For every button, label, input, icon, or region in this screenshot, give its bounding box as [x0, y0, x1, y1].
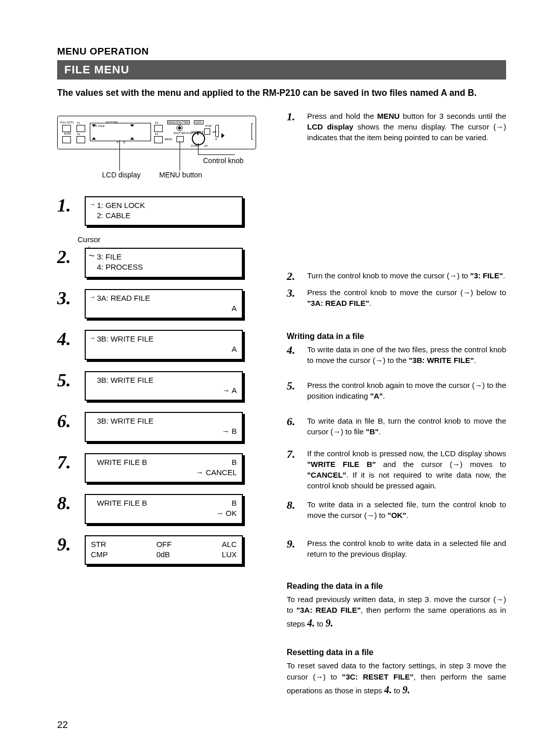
step-number-7: 7.: [57, 453, 78, 472]
cursor-label: Cursor: [78, 235, 256, 244]
label-lcd-display: LCD display: [102, 171, 140, 179]
step-number-8: 8.: [57, 494, 78, 512]
step-9-text: 9. Press the control knob to write data …: [287, 538, 506, 559]
device-diagram: FULL AUTO BARS F1 F2 →3: FILE SHUTTER: [57, 116, 255, 161]
label-menu: MENU: [165, 138, 172, 141]
display-box-6: 3B: WRITE FILE → B: [85, 412, 243, 442]
chapter-label: MENU OPERATION: [57, 46, 506, 57]
label-control-knob: Control knob: [203, 157, 243, 165]
label-bars: BARS: [64, 132, 71, 135]
label-step: STEP: [205, 124, 212, 127]
display-box-3: → 3A: READ FILE A: [85, 289, 243, 319]
step-5-text: 5. Press the control knob again to move …: [287, 380, 506, 401]
label-shutter: SHUTTER: [106, 121, 118, 124]
step-4-text: 4. To write data in one of the two files…: [287, 344, 506, 366]
step-number-5: 5.: [57, 371, 78, 389]
step-2-text: 2. Turn the control knob to move the cur…: [287, 270, 506, 282]
step-8-text: 8. To write data in a selected file, tur…: [287, 499, 506, 520]
label-f4: F4: [155, 133, 158, 136]
display-box-4: → 3B: WRITE FILE A: [85, 330, 243, 360]
step-6-text: 6. To write data in file B, turn the con…: [287, 415, 506, 437]
label-data: DATA: [194, 120, 204, 124]
label-f2: F2: [77, 133, 80, 136]
display-box-7: WRITE FILE BB → CANCEL: [85, 453, 243, 483]
step-number-1: 1.: [57, 196, 78, 215]
step-1-text: 1. Press and hold the MENU button for 3 …: [287, 111, 506, 143]
label-up: UP: [204, 144, 208, 147]
step-number-3: 3.: [57, 289, 78, 307]
display-box-1: → 1: GEN LOCK 2: CABLE: [85, 196, 243, 226]
reading-text: To read previously written data, in step…: [287, 594, 506, 631]
display-box-9: STR OFF ALC CMP 0dB LUX: [85, 535, 243, 565]
step-3-text: 3. Press the control knob to move the cu…: [287, 287, 506, 308]
control-knob-icon: [192, 132, 205, 145]
writing-heading: Writing data in a file: [287, 332, 506, 341]
page-number: 22: [57, 719, 68, 731]
intro-text: The values set with the menu and applied…: [57, 87, 506, 99]
display-box-5: 3B: WRITE FILE → A: [85, 371, 243, 401]
step-number-2: 2.: [57, 248, 78, 266]
label-f1: F1: [77, 121, 80, 124]
label-menushutter: MENU/SHUTTER: [167, 120, 190, 124]
resetting-heading: Resetting data in a file: [287, 648, 506, 657]
label-full-auto: FULL AUTO: [60, 121, 74, 124]
lcd-display-icon: →3: FILE: [90, 123, 151, 141]
resetting-text: To reset saved data to the factory setti…: [287, 660, 506, 697]
display-box-2: ⤳ 3: FILE 4: PROCESS: [85, 248, 243, 278]
label-f3: F3: [155, 121, 158, 124]
label-menu-button: MENU button: [159, 171, 202, 179]
reading-heading: Reading the data in a file: [287, 582, 506, 591]
section-title: FILE MENU: [57, 60, 506, 80]
label-r: R: [117, 141, 119, 144]
display-box-8: WRITE FILE BB → OK: [85, 494, 243, 524]
label-b: B: [123, 141, 125, 144]
step-number-9: 9.: [57, 535, 78, 554]
label-r2: R: [215, 138, 217, 141]
step-number-6: 6.: [57, 412, 78, 430]
step-7-text: 7. If the control knob is pressed now, t…: [287, 448, 506, 491]
step-number-4: 4.: [57, 330, 78, 348]
